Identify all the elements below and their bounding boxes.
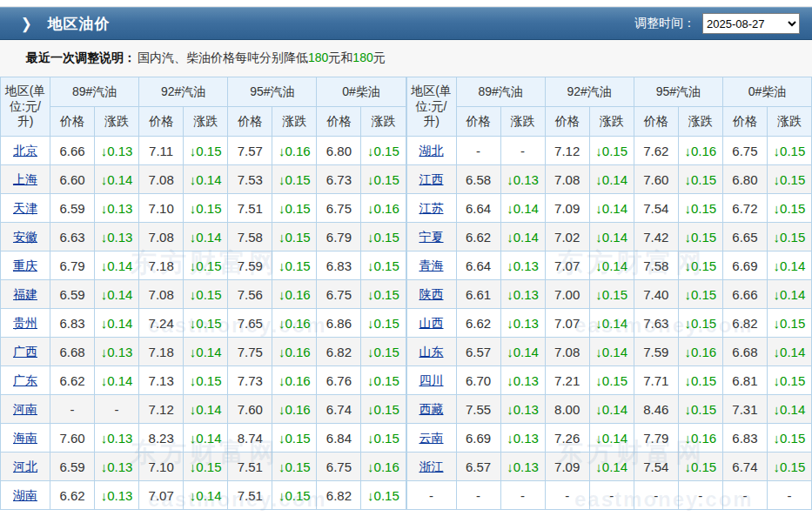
price-cell: 6.75 — [317, 280, 361, 309]
change-cell: ↓0.14 — [184, 223, 228, 251]
table-row: 宁夏6.62↓0.147.02↓0.147.42↓0.156.65↓0.15 — [406, 223, 812, 251]
region-link[interactable]: 青海 — [419, 258, 444, 272]
price-cell: 7.54 — [634, 194, 678, 223]
region-link[interactable]: 安徽 — [13, 230, 37, 244]
price-cell: 7.00 — [545, 280, 589, 309]
price-cell: 7.60 — [634, 165, 678, 194]
region-link[interactable]: 山东 — [419, 345, 444, 359]
change-cell: ↓0.15 — [361, 366, 406, 395]
region-link[interactable]: 西藏 — [419, 402, 444, 416]
region-link[interactable]: 四川 — [419, 373, 444, 387]
price-cell: 6.82 — [317, 481, 361, 510]
region-link[interactable]: 陕西 — [419, 287, 444, 301]
change-cell: ↓0.15 — [678, 453, 722, 481]
region-link[interactable]: 江西 — [419, 172, 444, 186]
change-cell: ↓0.14 — [95, 280, 139, 309]
price-cell: 6.74 — [317, 395, 361, 424]
table-row: 陕西6.61↓0.137.00↓0.157.40↓0.156.66↓0.14 — [406, 280, 812, 309]
region-link[interactable]: 云南 — [419, 431, 444, 445]
table-row: 上海6.60↓0.147.08↓0.147.53↓0.156.73↓0.15 — [1, 165, 406, 194]
region-link[interactable]: 福建 — [13, 287, 37, 301]
change-cell: ↓0.15 — [184, 194, 228, 223]
price-cell: 7.51 — [228, 453, 272, 481]
price-cell: 7.59 — [228, 251, 272, 280]
region-link[interactable]: 广东 — [13, 373, 37, 387]
region-link[interactable]: 江苏 — [419, 201, 444, 215]
table-row: 河南--7.12↓0.147.60↓0.166.74↓0.15 — [1, 395, 406, 424]
change-cell: ↓0.15 — [589, 366, 634, 395]
change-cell: ↓0.15 — [361, 424, 406, 453]
price-cell: 6.83 — [722, 424, 767, 453]
price-cell: 7.62 — [634, 137, 678, 165]
region-link[interactable]: 湖北 — [419, 144, 444, 158]
change-cell: ↓0.13 — [500, 251, 545, 280]
region-link[interactable]: 宁夏 — [419, 230, 444, 244]
price-cell: 7.11 — [139, 137, 184, 165]
region-link[interactable]: 湖南 — [13, 488, 37, 502]
change-sub-header: 涨跌 — [589, 107, 634, 137]
change-cell: ↓0.16 — [272, 366, 317, 395]
region-cell: 安徽 — [1, 223, 50, 251]
price-cell: 7.07 — [545, 309, 589, 338]
table-row: 四川6.70↓0.137.21↓0.157.71↓0.156.81↓0.15 — [406, 366, 812, 395]
region-cell: 广西 — [1, 338, 50, 366]
change-sub-header: 涨跌 — [500, 107, 545, 137]
region-link[interactable]: 天津 — [13, 201, 37, 215]
change-cell: ↓0.16 — [272, 338, 317, 366]
price-cell: 7.55 — [456, 395, 500, 424]
price-sub-header: 价格 — [317, 107, 361, 137]
change-cell: ↓0.15 — [184, 309, 228, 338]
table-row: 北京6.66↓0.137.11↓0.157.57↓0.166.80↓0.15 — [1, 137, 406, 165]
table-row: 安徽6.63↓0.137.08↓0.147.58↓0.156.79↓0.15 — [1, 223, 406, 251]
region-cell: 浙江 — [406, 453, 456, 481]
change-cell: ↓0.15 — [361, 137, 406, 165]
region-link[interactable]: 河北 — [13, 459, 37, 473]
change-cell: ↓0.15 — [361, 338, 406, 366]
price-cell: 7.40 — [634, 280, 678, 309]
change-cell: ↓0.15 — [361, 223, 406, 251]
price-cell: 7.18 — [139, 338, 184, 366]
price-cell: 6.74 — [722, 453, 767, 481]
change-cell: ↓0.15 — [272, 165, 317, 194]
region-link[interactable]: 贵州 — [13, 316, 37, 330]
region-link[interactable]: 上海 — [13, 172, 37, 186]
change-cell: ↓0.14 — [95, 366, 139, 395]
price-cell: 7.60 — [228, 395, 272, 424]
date-select[interactable]: 2025-08-27 — [702, 13, 800, 34]
change-cell: ↓0.14 — [500, 194, 545, 223]
change-cell: ↓0.14 — [589, 338, 634, 366]
region-link[interactable]: 广西 — [13, 345, 37, 359]
price-cell: 8.46 — [634, 395, 678, 424]
price-cell: 7.58 — [228, 223, 272, 251]
price-cell: 7.58 — [634, 251, 678, 280]
region-link[interactable]: 海南 — [13, 431, 37, 445]
change-cell: ↓0.14 — [767, 395, 811, 424]
price-cell: 6.82 — [722, 309, 767, 338]
price-cell: 6.72 — [722, 194, 767, 223]
date-picker-group: 调整时间： 2025-08-27 — [634, 13, 800, 34]
region-link[interactable]: 北京 — [13, 144, 37, 158]
price-cell: 7.09 — [545, 194, 589, 223]
price-cell: 6.63 — [50, 223, 95, 251]
change-cell: ↓0.15 — [184, 280, 228, 309]
change-sub-header: 涨跌 — [361, 107, 406, 137]
change-cell: ↓0.15 — [767, 366, 811, 395]
region-link[interactable]: 浙江 — [419, 459, 444, 473]
change-cell: - — [767, 481, 811, 510]
price-cell: - — [50, 395, 95, 424]
price-sub-header: 价格 — [50, 107, 95, 137]
change-cell: ↓0.14 — [184, 424, 228, 453]
price-cell: 6.57 — [456, 453, 500, 481]
region-link[interactable]: 山西 — [419, 316, 444, 330]
change-cell: ↓0.14 — [589, 194, 634, 223]
change-cell: ↓0.13 — [95, 223, 139, 251]
change-cell: ↓0.15 — [678, 194, 722, 223]
price-cell: 6.60 — [50, 165, 95, 194]
price-sub-header: 价格 — [456, 107, 500, 137]
region-cell: 陕西 — [406, 280, 456, 309]
table-row: 湖南6.62↓0.137.07↓0.147.51↓0.156.82↓0.15 — [1, 481, 406, 510]
region-link[interactable]: 河南 — [13, 402, 37, 416]
change-cell: ↓0.14 — [184, 481, 228, 510]
region-link[interactable]: 重庆 — [13, 258, 37, 272]
price-cell: 6.70 — [456, 366, 500, 395]
